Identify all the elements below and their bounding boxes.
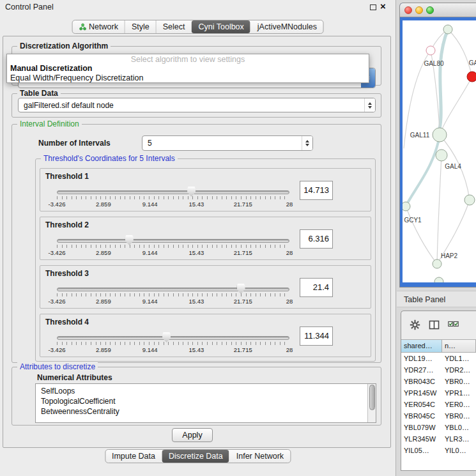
table-cell[interactable]: YPR1… — [442, 387, 476, 399]
network-edge[interactable] — [448, 29, 472, 77]
table-cell[interactable]: YIL0… — [442, 445, 476, 456]
tab-select[interactable]: Select — [156, 20, 192, 33]
close-window-button[interactable] — [404, 6, 412, 14]
network-edge[interactable] — [442, 77, 472, 129]
apply-button[interactable]: Apply — [172, 428, 213, 442]
column-header[interactable]: n… — [442, 339, 476, 353]
list-item[interactable]: TopologicalCoefficient — [36, 396, 376, 406]
combobox-stepper-icon[interactable] — [302, 136, 312, 150]
table-cell[interactable]: YBL079W — [401, 422, 442, 433]
table-cell[interactable]: YBR0… — [442, 410, 476, 422]
table-cell[interactable]: YBL0… — [442, 422, 476, 433]
table-cell[interactable]: YDL19… — [401, 353, 442, 364]
network-node[interactable] — [433, 259, 441, 268]
network-node[interactable] — [403, 202, 410, 211]
tab-style[interactable]: Style — [125, 20, 156, 33]
scale-label: 2.859 — [96, 298, 111, 305]
network-node[interactable] — [426, 46, 435, 55]
slider-track[interactable] — [57, 239, 289, 243]
table-row[interactable]: YBR043CYBR0… — [401, 376, 476, 387]
table-cell[interactable]: YER0… — [442, 399, 476, 410]
slider-thumb[interactable] — [187, 187, 196, 197]
list-item[interactable]: SelfLoops — [36, 386, 376, 396]
threshold-slider[interactable]: -3.4262.8599.14415.4321.71528 — [57, 234, 289, 259]
tab-discretize-data[interactable]: Discretize Data — [162, 450, 229, 463]
threshold-slider[interactable]: -3.4262.8599.14415.4321.71528 — [57, 331, 289, 357]
tab-impute-data[interactable]: Impute Data — [105, 450, 162, 463]
threshold-value[interactable]: 14.713 — [300, 181, 333, 200]
threshold-value[interactable]: 6.316 — [300, 229, 333, 249]
tab-infer-network[interactable]: Infer Network — [229, 450, 290, 463]
tab-cyni-toolbox[interactable]: Cyni Toolbox — [191, 20, 250, 33]
network-node[interactable] — [434, 277, 443, 282]
table-cell[interactable]: YIL05… — [401, 445, 442, 456]
scale-label: 21.715 — [234, 298, 252, 305]
algorithm-dropdown-list: Manual DiscretizationEqual Width/Frequen… — [7, 64, 369, 83]
table-row[interactable]: YBR045CYBR0… — [401, 410, 476, 422]
threshold-slider[interactable]: -3.4262.8599.14415.4321.71528 — [57, 282, 289, 308]
table-data-combobox[interactable]: galFiltered.sif default node — [18, 98, 376, 112]
threshold-value[interactable]: 11.344 — [300, 326, 333, 346]
threshold-label: Threshold 1 — [45, 172, 89, 181]
network-node[interactable] — [433, 128, 447, 142]
table-cell[interactable]: YLR345W — [401, 433, 442, 445]
slider-thumb[interactable] — [162, 332, 171, 342]
tab-jactivemnodules[interactable]: jActiveMNodules — [250, 20, 323, 33]
columns-icon[interactable] — [429, 319, 440, 330]
combobox-stepper-icon[interactable] — [364, 98, 375, 112]
table-cell[interactable]: YDR2… — [442, 364, 476, 376]
table-cell[interactable]: YDL1… — [442, 353, 476, 364]
gear-icon[interactable] — [410, 319, 420, 330]
network-edge[interactable] — [406, 206, 437, 264]
table-cell[interactable]: YDR27… — [401, 364, 442, 376]
threshold-panel: Threshold 1 -3.4262.8599.14415.4321.7152… — [40, 168, 371, 211]
table-row[interactable]: YDR27…YDR2… — [401, 364, 476, 376]
network-node[interactable] — [464, 195, 475, 205]
float-window-button[interactable] — [370, 4, 376, 10]
table-row[interactable]: YPR145WYPR1… — [401, 387, 476, 399]
table-cell[interactable]: YBR043C — [401, 376, 442, 387]
node-label: GAL4 — [445, 163, 461, 170]
table-row[interactable]: YIL05…YIL0… — [401, 445, 476, 456]
network-node[interactable] — [467, 72, 476, 82]
num-intervals-combobox[interactable]: 5 — [142, 135, 313, 151]
list-scrollbar[interactable] — [367, 384, 376, 422]
table-cell[interactable]: YPR145W — [401, 387, 442, 399]
table-cell[interactable]: YER054C — [401, 399, 442, 410]
list-item[interactable]: BetweennessCentrality — [36, 406, 376, 417]
slider-thumb[interactable] — [125, 235, 134, 245]
table-cell[interactable]: YBR045C — [401, 410, 442, 422]
close-panel-button[interactable]: × — [380, 1, 386, 12]
slider-track[interactable] — [57, 190, 289, 194]
attributes-listbox[interactable]: SelfLoopsTopologicalCoefficientBetweenne… — [35, 383, 376, 423]
slider-ticks — [57, 196, 289, 199]
network-edge[interactable] — [437, 155, 441, 264]
tab-label: jActiveMNodules — [257, 22, 317, 31]
slider-track[interactable] — [57, 336, 289, 340]
slider-track[interactable] — [57, 288, 289, 291]
column-header[interactable]: shared… — [401, 339, 442, 353]
dropdown-option[interactable]: Equal Width/Frequency Discretization — [7, 73, 369, 83]
minimize-window-button[interactable] — [415, 6, 423, 14]
network-node[interactable] — [443, 25, 452, 34]
threshold-value[interactable]: 21.4 — [300, 278, 333, 297]
zoom-window-button[interactable] — [426, 6, 434, 14]
table-row[interactable]: YDL19…YDL1… — [401, 353, 476, 364]
threshold-slider[interactable]: -3.4262.8599.14415.4321.71528 — [57, 185, 289, 211]
slider-thumb[interactable] — [237, 284, 245, 294]
network-node[interactable] — [436, 150, 447, 161]
network-edge[interactable] — [440, 29, 448, 129]
network-canvas[interactable]: GAL80GAGAL11GAL4GCY1HAP2 — [403, 20, 476, 282]
algorithm-dropdown: Select algorithm to view settings Manual… — [6, 54, 369, 83]
table-panel-window: shared…n… YDL19…YDL1…YDR27…YDR2…YBR043CY… — [401, 311, 476, 471]
dropdown-option[interactable]: Manual Discretization — [7, 64, 369, 73]
table-cell[interactable]: YBR0… — [442, 376, 476, 387]
table-row[interactable]: YBL079WYBL0… — [401, 422, 476, 433]
network-edge[interactable] — [406, 142, 438, 206]
checkbox-columns-icon[interactable] — [448, 319, 459, 330]
scrollbar-thumb[interactable] — [369, 385, 375, 410]
table-row[interactable]: YER054CYER0… — [401, 399, 476, 410]
table-cell[interactable]: YLR3… — [442, 433, 476, 445]
table-row[interactable]: YLR345WYLR3… — [401, 433, 476, 445]
tab-network[interactable]: Network — [72, 20, 125, 33]
